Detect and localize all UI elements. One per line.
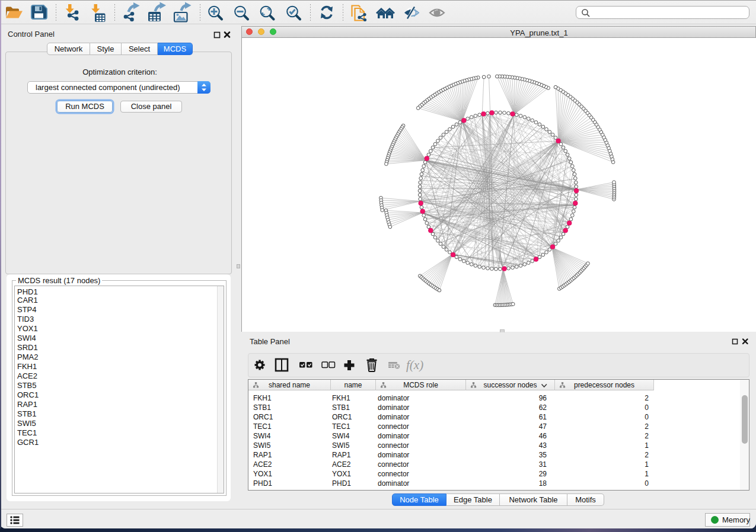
- svg-text:f(x): f(x): [406, 358, 423, 372]
